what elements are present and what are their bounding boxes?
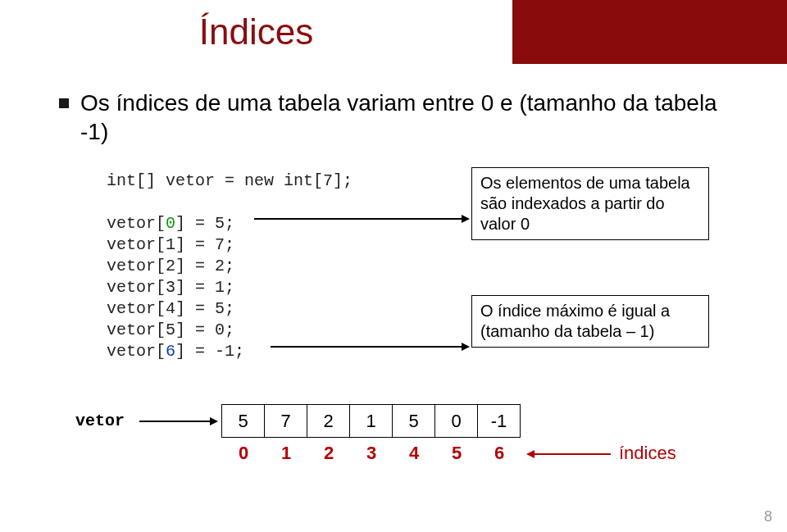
callout-index-start: Os elementos de uma tabela são indexados…: [471, 167, 709, 240]
array-cell: 1: [350, 405, 393, 438]
array-cell: 0: [435, 405, 478, 438]
page-number: 8: [764, 508, 772, 525]
code-idx-6: 6: [166, 342, 175, 361]
index-cell: 6: [478, 443, 521, 464]
arrow-head-icon: [462, 215, 470, 223]
code-l6a: vetor[: [107, 342, 166, 361]
arrow-head-icon: [210, 417, 218, 425]
code-block: int[] vetor = new int[7]; vetor[0] = 5; …: [107, 171, 353, 362]
index-row: 0 1 2 3 4 5 6: [222, 443, 521, 464]
arrow-head-left-icon: [526, 450, 535, 458]
code-l0b: ] = 5;: [175, 214, 234, 233]
code-l3: vetor[3] = 1;: [107, 278, 234, 297]
title-bar: Índices: [0, 0, 512, 64]
index-cell: 0: [222, 443, 265, 464]
code-l1: vetor[1] = 7;: [107, 235, 234, 254]
arrow-line-red: [533, 453, 611, 455]
index-cell: 5: [435, 443, 478, 464]
code-l5: vetor[5] = 0;: [107, 321, 234, 339]
array-cell: 5: [393, 405, 435, 438]
arrow-line: [254, 218, 463, 220]
array-cell: -1: [478, 405, 521, 438]
arrow-line: [271, 346, 463, 348]
callout-index-max: O índice máximo é igual a (tamanho da ta…: [471, 295, 709, 348]
bullet-item: Os índices de uma tabela variam entre 0 …: [59, 89, 720, 146]
bullet-icon: [59, 98, 69, 108]
index-cell: 3: [350, 443, 393, 464]
array-cell: 2: [307, 405, 350, 438]
arrow-head-icon: [462, 343, 470, 351]
index-cell: 1: [265, 443, 307, 464]
code-l6b: ] = -1;: [175, 342, 244, 361]
array-cell: 7: [265, 405, 307, 438]
arrow-line: [139, 421, 212, 422]
index-cell: 4: [393, 443, 435, 464]
code-l0a: vetor[: [107, 214, 166, 233]
slide-title: Índices: [199, 11, 313, 52]
index-cell: 2: [307, 443, 350, 464]
array-table: 5 7 2 1 5 0 -1: [221, 404, 521, 438]
indices-label: índices: [619, 443, 676, 464]
vetor-label: vetor: [75, 412, 125, 430]
code-idx-0: 0: [166, 214, 175, 233]
code-l2: vetor[2] = 2;: [107, 257, 234, 275]
slide-body: Os índices de uma tabela variam entre 0 …: [0, 64, 787, 532]
array-cell: 5: [222, 405, 265, 438]
bullet-text: Os índices de uma tabela variam entre 0 …: [80, 89, 720, 146]
code-decl: int[] vetor = new int[7];: [107, 171, 353, 190]
code-l4: vetor[4] = 5;: [107, 299, 234, 318]
